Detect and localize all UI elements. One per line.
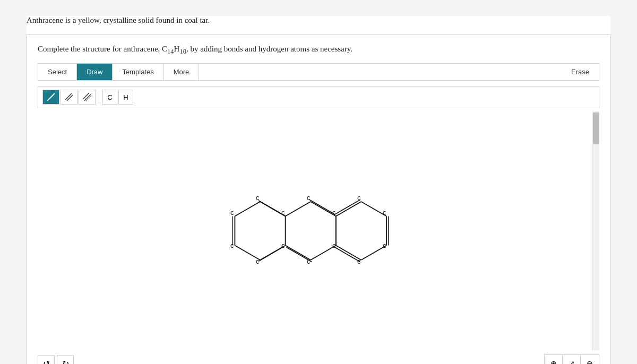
- zoom-fit-button[interactable]: ⤢: [563, 355, 581, 364]
- scrollbar[interactable]: [592, 111, 599, 350]
- intro-text: Anthracene is a yellow, crystalline soli…: [27, 16, 610, 25]
- svg-text:c: c: [357, 257, 361, 265]
- draw-tools-bar: C H: [38, 86, 599, 108]
- double-bond-button[interactable]: [61, 90, 78, 105]
- svg-line-32: [335, 247, 360, 262]
- svg-line-2: [67, 95, 73, 101]
- zoom-out-button[interactable]: ⊖: [581, 355, 599, 364]
- svg-text:c: c: [383, 241, 386, 249]
- tab-erase[interactable]: Erase: [562, 64, 599, 80]
- hydrogen-atom-button[interactable]: H: [118, 90, 133, 105]
- problem-box: Complete the structure for anthracene, C…: [27, 34, 610, 364]
- svg-line-3: [83, 93, 89, 99]
- scrollbar-thumb: [593, 112, 599, 144]
- svg-line-15: [259, 247, 283, 262]
- svg-text:c: c: [332, 241, 336, 249]
- molecule-svg: .bond { stroke: #111; stroke-width: 1.8;…: [196, 178, 441, 284]
- svg-line-26: [335, 200, 360, 215]
- tab-draw[interactable]: Draw: [77, 64, 113, 80]
- svg-line-0: [47, 93, 55, 101]
- triple-bond-button[interactable]: [79, 90, 96, 105]
- zoom-in-button[interactable]: ⊕: [545, 355, 563, 364]
- svg-line-10: [235, 202, 260, 216]
- redo-button[interactable]: ↻: [57, 355, 74, 364]
- single-bond-button[interactable]: [42, 90, 59, 105]
- bottom-bar: ↺ ↻ ⊕ ⤢ ⊖: [38, 352, 599, 364]
- svg-line-17: [286, 202, 311, 216]
- tab-select[interactable]: Select: [38, 64, 77, 80]
- svg-text:c: c: [281, 241, 285, 249]
- tool-separator: [99, 90, 99, 104]
- svg-text:c: c: [307, 194, 311, 202]
- toolbar: Select Draw Templates More Erase: [38, 63, 599, 81]
- draw-canvas[interactable]: .bond { stroke: #111; stroke-width: 1.8;…: [38, 111, 599, 350]
- svg-text:c: c: [332, 209, 336, 216]
- tab-templates[interactable]: Templates: [113, 64, 163, 80]
- svg-line-9: [259, 201, 283, 215]
- undo-button[interactable]: ↺: [38, 355, 55, 364]
- svg-text:c: c: [230, 241, 234, 249]
- svg-text:c: c: [383, 209, 386, 216]
- svg-line-19: [309, 200, 335, 215]
- svg-line-25: [336, 202, 361, 216]
- svg-text:c: c: [256, 194, 260, 202]
- svg-text:c: c: [281, 209, 285, 216]
- svg-text:c: c: [357, 194, 361, 202]
- svg-text:c: c: [230, 209, 234, 216]
- carbon-atom-button[interactable]: C: [102, 90, 117, 105]
- tab-more[interactable]: More: [164, 64, 200, 80]
- svg-text:c: c: [256, 257, 260, 265]
- undo-redo-group: ↺ ↻: [38, 355, 74, 364]
- problem-statement: Complete the structure for anthracene, C…: [38, 45, 599, 56]
- zoom-controls: ⊕ ⤢ ⊖: [544, 354, 599, 364]
- svg-text:c: c: [307, 257, 311, 265]
